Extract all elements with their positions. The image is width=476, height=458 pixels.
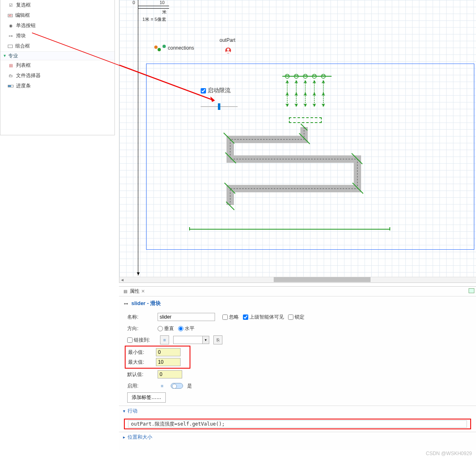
palette-section-pro[interactable]: ▼ 专业 <box>0 51 114 60</box>
link-cb[interactable]: 链接到: <box>127 337 156 344</box>
radio-horizontal[interactable] <box>178 326 183 331</box>
orient-label: 方向: <box>127 325 153 332</box>
highlight-minmax: 最小值: 最大值: <box>125 346 190 369</box>
svg-marker-38 <box>322 104 325 107</box>
max-input[interactable] <box>156 358 181 366</box>
orient-h-radio[interactable]: 水平 <box>178 325 195 332</box>
palette-label: 复选框 <box>16 2 31 9</box>
default-label: 默认值: <box>127 371 153 378</box>
max-label: 最大值: <box>126 359 152 366</box>
ignore-cb[interactable]: 忽略 <box>222 314 239 321</box>
lock-cb[interactable]: 锁定 <box>288 314 304 321</box>
properties-form: 名称: 忽略 上级智能体可见 锁定 方向: 垂直 水平 链接到: ≡ ▾ ⎘ 最… <box>119 309 476 406</box>
wall-bottom <box>189 229 390 230</box>
radio-icon: ◉ <box>8 23 14 29</box>
link-mode-icon[interactable]: ≡ <box>160 335 169 344</box>
palette-label: 单选按钮 <box>16 22 36 29</box>
progress-icon <box>8 85 14 87</box>
palette-label: 文件选择器 <box>16 72 41 79</box>
svg-marker-26 <box>295 104 298 107</box>
svg-marker-24 <box>295 80 298 83</box>
link-input[interactable] <box>174 336 202 344</box>
row-link: 链接到: ≡ ▾ ⎘ <box>127 334 468 346</box>
svg-marker-22 <box>286 104 288 107</box>
wall-bottom-r <box>389 227 390 230</box>
svg-marker-20 <box>286 80 288 83</box>
lock-checkbox[interactable] <box>288 314 293 320</box>
slider-icon: ⊶ <box>123 301 129 306</box>
row-max: 最大值: <box>126 357 190 367</box>
combobox-icon <box>8 45 13 48</box>
title-text: slider - 滑块 <box>131 300 161 307</box>
svg-marker-32 <box>313 80 316 83</box>
file-icon: 🗀 <box>8 73 14 79</box>
visible-checkbox[interactable] <box>243 314 248 320</box>
svg-marker-36 <box>322 80 325 83</box>
palette-item-radio[interactable]: ◉ 单选按钮 <box>0 21 114 31</box>
row-name: 名称: 忽略 上级智能体可见 锁定 <box>127 311 468 323</box>
link-checkbox[interactable] <box>127 337 133 343</box>
ignore-checkbox[interactable] <box>222 314 228 320</box>
palette-label: 滑块 <box>16 32 26 39</box>
svg-marker-1 <box>211 97 215 102</box>
controls-palette: ☑ 复选框 ab 编辑框 ◉ 单选按钮 ⊶ 滑块 组合框 ▼ 专业 ▤ 列表框 … <box>0 0 115 135</box>
editbox-icon: ab <box>8 14 13 17</box>
tab-icon: ▤ <box>122 289 128 294</box>
row-default: 默认值: <box>127 369 468 380</box>
link-combo[interactable]: ▾ <box>173 336 209 344</box>
palette-item-listbox[interactable]: ▤ 列表框 <box>0 60 114 71</box>
svg-marker-37 <box>322 93 325 95</box>
combo-down-icon[interactable]: ▾ <box>202 336 209 344</box>
conveyor-network <box>201 123 386 213</box>
scroll-thumb[interactable] <box>274 277 371 282</box>
close-icon[interactable]: ✕ <box>141 289 145 294</box>
orient-v-radio[interactable]: 垂直 <box>158 325 174 332</box>
name-label: 名称: <box>127 314 153 321</box>
row-min: 最小值: <box>126 347 190 357</box>
svg-marker-21 <box>286 93 288 95</box>
palette-item-checkbox[interactable]: ☑ 复选框 <box>0 0 114 10</box>
svg-marker-28 <box>304 80 307 83</box>
action-code-highlight: outPart.限流强度=self.getValue(); <box>124 419 471 429</box>
palette-label: 进度条 <box>16 82 31 89</box>
palette-item-editbox[interactable]: ab 编辑框 <box>0 10 114 21</box>
h-scrollbar[interactable]: ◄ <box>119 277 476 283</box>
enable-mode-icon[interactable]: ≡ <box>158 381 167 390</box>
tab-properties[interactable]: ▤ 属性 ✕ <box>121 287 146 296</box>
palette-item-filechooser[interactable]: 🗀 文件选择器 <box>0 71 114 81</box>
listbox-icon: ▤ <box>8 63 14 68</box>
add-label-button[interactable]: 添加标签…… <box>127 392 166 403</box>
svg-marker-33 <box>313 93 316 95</box>
action-code-input[interactable]: outPart.限流强度=self.getValue(); <box>128 420 467 428</box>
name-input[interactable] <box>158 313 215 321</box>
svg-marker-30 <box>304 104 307 107</box>
palette-label: 组合框 <box>15 43 30 50</box>
caret-right-icon: ▼ <box>122 435 126 439</box>
enable-toggle[interactable] <box>171 383 183 389</box>
section-label: 专业 <box>8 52 18 59</box>
row-orient: 方向: 垂直 水平 <box>127 323 468 334</box>
min-input[interactable] <box>156 348 181 356</box>
section-label: 位置和大小 <box>128 434 152 441</box>
palette-item-slider[interactable]: ⊶ 滑块 <box>0 31 114 41</box>
restore-icon[interactable] <box>469 288 474 293</box>
model-canvas[interactable]: ▼ 0 10 米 1米 = 5像素 connections outPart 启动… <box>119 0 476 283</box>
radio-vertical[interactable] <box>158 326 163 331</box>
default-input[interactable] <box>158 370 182 378</box>
properties-title: ⊶ slider - 滑块 <box>119 296 476 309</box>
min-label: 最小值: <box>126 349 152 356</box>
svg-marker-29 <box>304 93 307 95</box>
link-extra-icon[interactable]: ⎘ <box>213 335 222 344</box>
visible-cb[interactable]: 上级智能体可见 <box>243 314 284 321</box>
palette-item-combobox[interactable]: 组合框 <box>0 41 114 51</box>
section-position[interactable]: ▼ 位置和大小 <box>119 432 476 442</box>
enable-label: 启用: <box>127 383 153 390</box>
row-add-label: 添加标签…… <box>127 392 468 403</box>
caret-down-icon: ▼ <box>122 409 126 413</box>
palette-item-progress[interactable]: 进度条 <box>0 81 114 91</box>
section-action[interactable]: ▼ 行动 <box>119 406 476 416</box>
caret-down-icon: ▼ <box>3 54 7 58</box>
tab-label: 属性 <box>130 288 140 295</box>
checkbox-icon: ☑ <box>8 2 14 8</box>
scroll-left-icon[interactable]: ◄ <box>120 278 124 282</box>
